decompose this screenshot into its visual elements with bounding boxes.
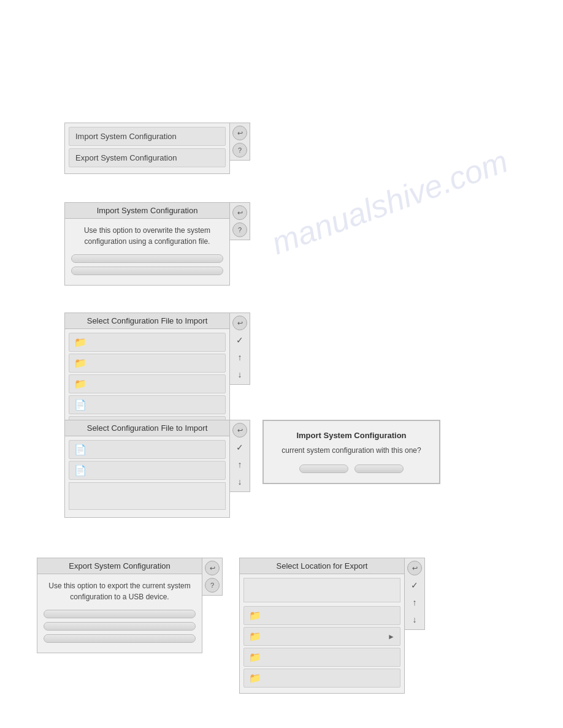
- confirm-button-4[interactable]: ✓: [232, 440, 247, 455]
- file-list-2: 📄 📄: [65, 436, 229, 517]
- import-config-header: Import System Configuration: [65, 203, 229, 219]
- watermark: manualshive.com: [267, 143, 513, 262]
- scroll-area-1: [69, 482, 226, 510]
- modal-wrap: Import System Configuration current syst…: [262, 420, 440, 484]
- modal-confirm-button[interactable]: [354, 464, 404, 473]
- down-button-4[interactable]: ↓: [232, 474, 247, 489]
- panel5-wrap: Export System Configuration Use this opt…: [37, 558, 223, 653]
- location-folder-1[interactable]: 📁: [243, 606, 400, 625]
- confirm-button-6[interactable]: ✓: [407, 578, 422, 593]
- modal-buttons: [299, 464, 404, 473]
- location-folder-3[interactable]: 📁: [243, 648, 400, 667]
- down-button-3[interactable]: ↓: [232, 367, 247, 382]
- file-icon-4: 📄: [74, 464, 86, 476]
- help-button-5[interactable]: ?: [205, 578, 220, 593]
- file-item-folder-2[interactable]: 📁: [69, 354, 226, 373]
- up-button-6[interactable]: ↑: [407, 595, 422, 610]
- back-button-1[interactable]: ↩: [232, 126, 247, 140]
- back-button-3[interactable]: ↩: [232, 316, 247, 330]
- select-location-header: Select Location for Export: [240, 558, 404, 574]
- import-modal: Import System Configuration current syst…: [262, 420, 440, 484]
- location-folder-4[interactable]: 📁: [243, 669, 400, 688]
- panel2-wrap: Import System Configuration Use this opt…: [64, 202, 250, 286]
- search-area: [243, 578, 400, 602]
- export-btn-1[interactable]: [44, 610, 196, 618]
- down-button-6[interactable]: ↓: [407, 612, 422, 627]
- file-item-file-3[interactable]: 📄: [69, 440, 226, 459]
- help-button-2[interactable]: ?: [232, 222, 247, 237]
- import-btn-1[interactable]: [71, 254, 223, 263]
- location-folder-icon-3: 📁: [249, 651, 261, 663]
- select-file-header-2: Select Configuration File to Import: [65, 420, 229, 436]
- help-button-1[interactable]: ?: [232, 143, 247, 157]
- file-item-folder-3[interactable]: 📁: [69, 374, 226, 393]
- file-item-folder-1[interactable]: 📁: [69, 333, 226, 352]
- import-config-panel: Import System Configuration Use this opt…: [64, 202, 230, 286]
- location-folder-icon-2: 📁: [249, 631, 261, 642]
- folder-icon-2: 📁: [74, 357, 86, 369]
- modal-title: Import System Configuration: [296, 431, 406, 440]
- export-config-header: Export System Configuration: [37, 558, 202, 574]
- panel6-side-buttons: ↩ ✓ ↑ ↓: [405, 558, 425, 630]
- select-location-panel: Select Location for Export 📁 📁 ► 📁 📁: [239, 558, 405, 694]
- panel1-side-buttons: ↩ ?: [230, 123, 250, 161]
- export-btn-2[interactable]: [44, 622, 196, 631]
- panel4-wrap: Select Configuration File to Import 📄 📄 …: [64, 420, 250, 518]
- import-config-body: Use this option to overwrite the system …: [65, 219, 229, 285]
- export-btn-3[interactable]: [44, 634, 196, 643]
- back-button-4[interactable]: ↩: [232, 423, 247, 438]
- panel2-side-buttons: ↩ ?: [230, 202, 250, 240]
- location-file-list: 📁 📁 ► 📁 📁: [240, 574, 404, 693]
- main-menu-panel: Import System Configuration Export Syste…: [64, 123, 230, 174]
- folder-icon-1: 📁: [74, 336, 86, 348]
- panel4-side-buttons: ↩ ✓ ↑ ↓: [230, 420, 250, 492]
- back-button-5[interactable]: ↩: [205, 561, 220, 575]
- modal-text: current system configuration with this o…: [282, 446, 421, 455]
- select-file-panel-2: Select Configuration File to Import 📄 📄: [64, 420, 230, 518]
- panel6-wrap: Select Location for Export 📁 📁 ► 📁 📁: [239, 558, 425, 694]
- panel1-wrap: Import System Configuration Export Syste…: [64, 123, 250, 174]
- location-folder-icon-4: 📁: [249, 672, 261, 684]
- menu-list: Import System Configuration Export Syste…: [65, 123, 229, 173]
- confirm-button-3[interactable]: ✓: [232, 333, 247, 347]
- import-menu-item[interactable]: Import System Configuration: [69, 127, 226, 146]
- export-menu-item[interactable]: Export System Configuration: [69, 148, 226, 167]
- location-folder-icon-1: 📁: [249, 610, 261, 621]
- back-button-6[interactable]: ↩: [407, 561, 422, 575]
- export-config-panel: Export System Configuration Use this opt…: [37, 558, 202, 653]
- export-config-body: Use this option to export the current sy…: [37, 574, 202, 653]
- panel5-side-buttons: ↩ ?: [202, 558, 223, 596]
- export-config-desc: Use this option to export the current sy…: [44, 580, 196, 602]
- modal-cancel-button[interactable]: [299, 464, 348, 473]
- folder-icon-3: 📁: [74, 378, 86, 390]
- location-folder-2[interactable]: 📁 ►: [243, 627, 400, 646]
- up-button-3[interactable]: ↑: [232, 350, 247, 365]
- back-button-2[interactable]: ↩: [232, 205, 247, 220]
- select-file-header-1: Select Configuration File to Import: [65, 313, 229, 329]
- import-btn-2[interactable]: [71, 267, 223, 275]
- file-icon-3: 📄: [74, 444, 86, 455]
- file-item-file-1[interactable]: 📄: [69, 395, 226, 414]
- file-icon-1: 📄: [74, 399, 86, 411]
- panel3-side-buttons: ↩ ✓ ↑ ↓: [230, 313, 250, 385]
- import-config-desc: Use this option to overwrite the system …: [71, 225, 223, 247]
- file-item-file-4[interactable]: 📄: [69, 461, 226, 480]
- up-button-4[interactable]: ↑: [232, 457, 247, 472]
- location-arrow-2: ►: [388, 632, 395, 641]
